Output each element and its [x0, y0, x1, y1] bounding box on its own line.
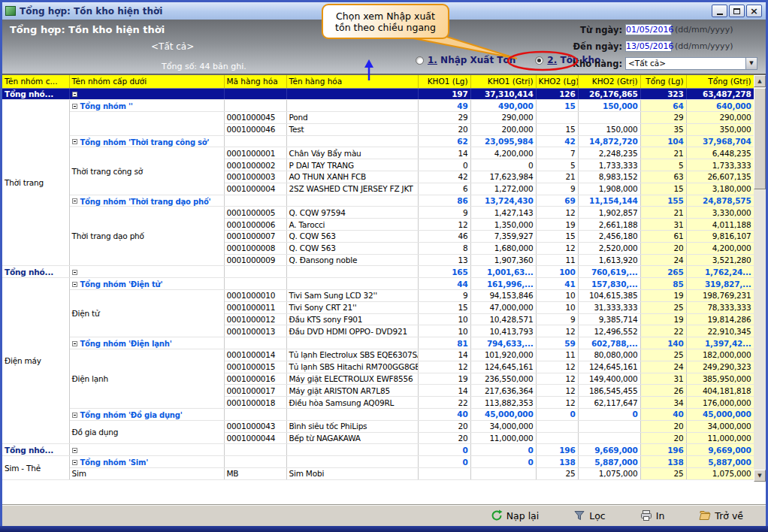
item-name-cell: Test [286, 123, 418, 135]
subgroup-total-row[interactable]: Tổng nhóm 'Thời trang dạo phố'8613,724,4… [2, 195, 754, 207]
column-header[interactable]: Mã hàng hóa [224, 75, 286, 88]
group-total-row[interactable]: Tổng nhó...1651,001,63...100760,619,...2… [2, 266, 754, 278]
value-cell: 196 [536, 444, 578, 456]
minimize-icon [717, 14, 723, 15]
value-cell: 23,095,984 [470, 135, 536, 147]
item-name-cell [286, 100, 418, 112]
maximize-button[interactable] [729, 5, 745, 17]
subgroup-total-row[interactable]: Tổng nhóm 'Thời trang công sở'6223,095,9… [2, 135, 754, 147]
warehouse-select[interactable]: <Tất cả> ▼ [625, 57, 757, 70]
value-cell: 1,902,857 [578, 207, 640, 219]
collapse-icon[interactable] [72, 282, 77, 287]
minimize-button[interactable] [712, 5, 727, 17]
column-header[interactable]: KHO1 (Gtrị) [470, 75, 536, 88]
column-header[interactable]: Tên nhóm cấp dưới [69, 75, 224, 88]
group-level2-cell: Tổng nhóm 'Đồ gia dụng' [69, 409, 224, 421]
radio-icon[interactable] [416, 56, 424, 65]
subgroup-total-row[interactable]: Tổng nhóm 'Điện lạnh'81794,633,...59602,… [2, 337, 754, 349]
subgroup-total-row[interactable]: Tổng nhóm 'Đồ gia dụng'4045,000,00000404… [2, 409, 754, 421]
collapse-icon[interactable] [72, 270, 77, 275]
table-header-row: Tên nhóm c...Tên nhóm cấp dướiMã hàng hó… [2, 75, 754, 88]
column-header[interactable]: Tổng (Lg) [640, 75, 686, 88]
value-cell: 22 [640, 325, 686, 337]
table-row[interactable]: Thời trang công sở0001000001Chân Váy Bẩy… [2, 147, 754, 159]
collapse-icon[interactable] [72, 413, 77, 418]
value-cell: 12 [536, 373, 578, 385]
reload-button[interactable]: Nạp lại [491, 509, 540, 521]
radio-selected-icon[interactable] [535, 56, 543, 65]
collapse-icon[interactable] [72, 448, 77, 453]
table-row[interactable]: Điện tử0001000010Tivi Sam Sung LCD 32''9… [2, 290, 754, 302]
value-cell: 59 [536, 337, 578, 349]
item-code-cell [224, 444, 286, 456]
value-cell: 37,968,704 [686, 135, 754, 147]
print-button[interactable]: In [640, 509, 665, 521]
group-total-row[interactable]: Tổng nhó...001969,669,0001969,669,000 [2, 444, 754, 456]
scroll-thumb[interactable] [754, 88, 766, 189]
collapse-icon[interactable] [72, 460, 77, 465]
item-code-cell: 0001000011 [224, 301, 286, 313]
collapse-icon[interactable] [72, 198, 77, 204]
item-name-cell: Máy giặt ARISTON AR7L85 [286, 385, 418, 397]
back-button[interactable]: Trở về [699, 509, 743, 521]
value-cell: 5 [640, 159, 686, 171]
value-cell: 5,887,000 [686, 456, 754, 468]
item-name-cell: 2SZ WASHED CTN JERSEY FZ JKT [286, 183, 418, 195]
item-name-cell: Bình siêu tốc PhiLips [286, 420, 418, 432]
value-cell: 25 [640, 349, 686, 361]
value-cell: 10,428,571 [470, 313, 536, 325]
item-name-cell [286, 444, 418, 456]
value-cell [536, 420, 578, 432]
grand-total-row[interactable]: Tổng nhó...19737,310,41412626,176,865323… [2, 88, 754, 100]
subgroup-total-row[interactable]: Thời trangTổng nhóm ''49490,00015150,000… [2, 100, 754, 112]
column-header[interactable]: KHO2 (Gtrị) [578, 75, 640, 88]
collapse-icon[interactable] [72, 92, 77, 97]
record-count: Tổng số: 44 bản ghi. [162, 62, 246, 71]
value-cell: 3,521,280 [686, 254, 754, 266]
value-cell: 24 [640, 254, 686, 266]
value-cell: 22,910,345 [686, 325, 754, 337]
column-header[interactable]: Tổng (Gtrị) [686, 75, 754, 88]
table-row[interactable]: Đồ gia dụng0001000043Bình siêu tốc PhiLi… [2, 420, 754, 432]
value-cell: 25 [640, 468, 686, 480]
value-cell: 10,413,793 [470, 325, 536, 337]
close-button[interactable]: × [746, 5, 762, 17]
subgroup-total-row[interactable]: Điện máyTổng nhóm 'Điện tử'44161,996,...… [2, 278, 754, 290]
chevron-down-icon[interactable]: ▼ [745, 58, 757, 69]
title-bar[interactable]: Tổng hợp: Tồn kho hiện thời × [2, 2, 766, 20]
scroll-up-button[interactable]: ▲ [754, 75, 766, 87]
column-header[interactable]: Tên hàng hóa [286, 75, 418, 88]
value-cell: 11,000,000 [470, 432, 536, 444]
filter-button[interactable]: Lọc [573, 509, 605, 521]
to-date-input[interactable]: 13/05/2016 [625, 41, 672, 52]
value-cell: 149,400,000 [578, 373, 640, 385]
group-level1-cell: Thời trang [2, 100, 69, 266]
collapse-icon[interactable] [72, 341, 77, 346]
column-header[interactable]: KHO1 (Lg) [418, 75, 470, 88]
collapse-icon[interactable] [72, 139, 77, 144]
value-cell: 217,636,364 [470, 385, 536, 397]
value-cell: 1,075,000 [686, 468, 754, 480]
group-level1-cell: Điện máy [2, 278, 69, 444]
column-header[interactable]: Tên nhóm c... [2, 75, 69, 88]
item-code-cell: 0001000043 [224, 420, 286, 432]
group-title: Tổng nhóm 'Điện tử' [80, 280, 163, 289]
item-code-cell [224, 409, 286, 421]
value-cell: 323 [640, 88, 686, 100]
table-row[interactable]: Thời trang dạo phố0001000005Q. CQW 97594… [2, 207, 754, 219]
value-cell: 101,920,000 [470, 349, 536, 361]
table-row[interactable]: Điện lạnh0001000014Tủ lạnh Electrolux SB… [2, 349, 754, 361]
collapse-icon[interactable] [72, 104, 77, 109]
table-row[interactable]: SimMBSim Mobi251,075,000251,075,000 [2, 468, 754, 480]
radio-nhap-xuat-ton[interactable]: 1. Nhập Xuất Tồn [416, 55, 516, 65]
from-date-input[interactable]: 01/05/2016 [625, 24, 672, 35]
item-code-cell: MB [224, 468, 286, 480]
vertical-scrollbar[interactable]: ▲ ▼ [754, 75, 766, 482]
item-code-cell: 0001000007 [224, 231, 286, 243]
value-cell: 25 [640, 301, 686, 313]
column-header[interactable]: KHO2 (Lg) [536, 75, 578, 88]
subgroup-total-row[interactable]: Sim - ThẻTổng nhóm 'Sim'001385,887,00013… [2, 456, 754, 468]
scroll-down-button[interactable]: ▼ [754, 470, 766, 482]
value-cell: 165 [418, 266, 470, 278]
table-row[interactable]: 0001000045Pond29290,00029290,000 [2, 112, 754, 124]
